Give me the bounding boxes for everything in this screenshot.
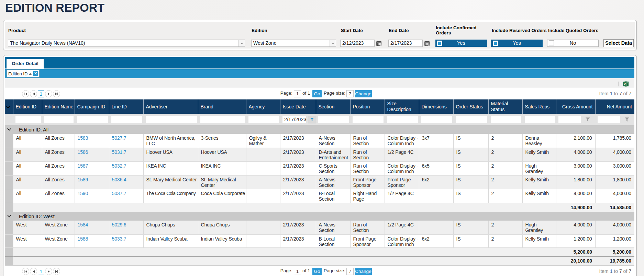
svg-text:X: X (624, 82, 626, 86)
